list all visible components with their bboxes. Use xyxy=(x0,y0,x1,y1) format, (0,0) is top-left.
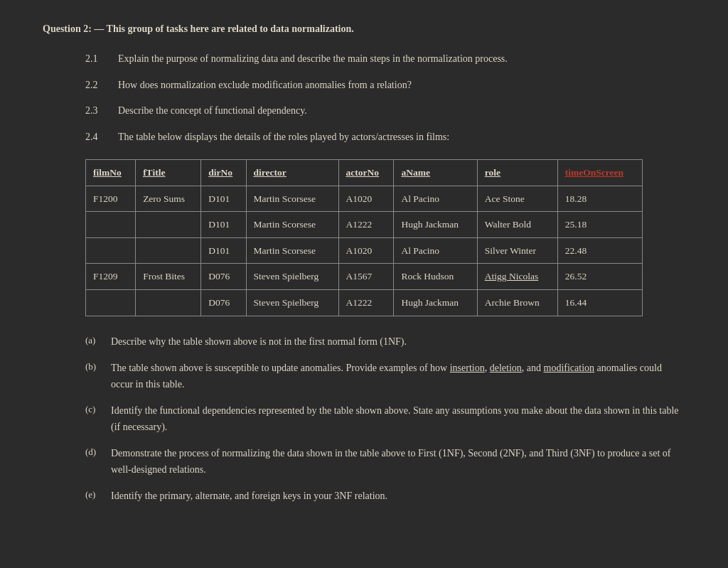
cell-director: Steven Spielberg xyxy=(246,264,338,290)
sub-q-num-2: 2.2 xyxy=(85,77,107,93)
cell-role: Atigg Nicolas xyxy=(477,264,557,290)
cell-aname: Rock Hudson xyxy=(394,264,477,290)
sub-question-2-2: 2.2 How does normalization exclude modif… xyxy=(85,77,685,93)
sub-question-2-3: 2.3 Describe the concept of functional d… xyxy=(85,103,685,119)
col-filmno: filmNo xyxy=(86,159,136,186)
table-header-row: filmNo fTitle dirNo director actorNo aNa… xyxy=(86,159,643,186)
sub-question-2-1: 2.1 Explain the purpose of normalizing d… xyxy=(85,51,685,67)
col-aname: aName xyxy=(394,159,477,186)
ans-label-a: (a) xyxy=(85,333,102,348)
cell-ftitle xyxy=(136,212,201,238)
cell-actorno: A1222 xyxy=(338,212,394,238)
cell-filmno xyxy=(86,289,136,316)
col-actorno: actorNo xyxy=(338,159,394,186)
table-row: F1209 Frost Bites D076 Steven Spielberg … xyxy=(86,264,643,290)
film-table: filmNo fTitle dirNo director actorNo aNa… xyxy=(85,159,643,316)
ans-text-c: Identify the functional dependencies rep… xyxy=(111,402,685,435)
underline-modification: modification xyxy=(544,363,595,373)
sub-q-text-4: The table below displays the details of … xyxy=(118,129,449,145)
cell-director: Martin Scorsese xyxy=(246,237,338,264)
answer-d: (d) Demonstrate the process of normalizi… xyxy=(85,445,685,478)
underline-insertion: insertion xyxy=(450,363,485,373)
cell-aname: Hugh Jackman xyxy=(394,212,477,238)
cell-actorno: A1567 xyxy=(338,264,394,290)
question-label: Question 2: xyxy=(43,23,92,34)
cell-timeonscreen: 16.44 xyxy=(557,289,642,316)
cell-director: Steven Spielberg xyxy=(246,289,338,316)
ans-text-d: Demonstrate the process of normalizing t… xyxy=(111,445,685,478)
col-ftitle: fTitle xyxy=(136,159,201,186)
col-dirno: dirNo xyxy=(201,159,246,186)
cell-aname: Hugh Jackman xyxy=(394,289,477,316)
cell-timeonscreen: 25.18 xyxy=(557,212,642,238)
answer-b: (b) The table shown above is susceptible… xyxy=(85,360,685,392)
data-table-container: filmNo fTitle dirNo director actorNo aNa… xyxy=(85,159,643,316)
sub-questions-list: 2.1 Explain the purpose of normalizing d… xyxy=(85,51,685,145)
cell-role: Ace Stone xyxy=(477,186,557,212)
cell-actorno: A1020 xyxy=(338,186,394,212)
table-row: D076 Steven Spielberg A1222 Hugh Jackman… xyxy=(86,289,643,316)
table-row: F1200 Zero Sums D101 Martin Scorsese A10… xyxy=(86,186,643,212)
question-intro: — This group of tasks here are related t… xyxy=(94,23,353,34)
ans-label-c: (c) xyxy=(85,402,102,417)
cell-ftitle xyxy=(136,237,201,264)
ans-text-a: Describe why the table shown above is no… xyxy=(111,333,407,350)
cell-actorno: A1222 xyxy=(338,289,394,316)
cell-ftitle: Frost Bites xyxy=(136,264,201,290)
cell-timeonscreen: 22.48 xyxy=(557,237,642,264)
cell-role: Archie Brown xyxy=(477,289,557,316)
table-row: D101 Martin Scorsese A1222 Hugh Jackman … xyxy=(86,212,643,238)
col-timeonscreen: timeOnScreen xyxy=(557,159,642,186)
ans-text-e: Identify the primary, alternate, and for… xyxy=(111,488,387,504)
underline-deletion: deletion xyxy=(490,363,522,373)
cell-dirno: D101 xyxy=(201,237,246,264)
sub-q-text-1: Explain the purpose of normalizing data … xyxy=(118,51,508,67)
ans-label-b: (b) xyxy=(85,360,102,375)
cell-filmno xyxy=(86,212,136,238)
question-header: Question 2: — This group of tasks here a… xyxy=(43,21,685,37)
sub-q-text-3: Describe the concept of functional depen… xyxy=(118,103,307,119)
sub-q-num-3: 2.3 xyxy=(85,103,107,119)
cell-director: Martin Scorsese xyxy=(246,212,338,238)
cell-role: Silver Winter xyxy=(477,237,557,264)
cell-timeonscreen: 26.52 xyxy=(557,264,642,290)
cell-aname: Al Pacino xyxy=(394,237,477,264)
ans-label-e: (e) xyxy=(85,488,102,503)
cell-director: Martin Scorsese xyxy=(246,186,338,212)
cell-dirno: D076 xyxy=(201,264,246,290)
ans-label-d: (d) xyxy=(85,445,102,460)
sub-q-num-4: 2.4 xyxy=(85,129,107,145)
cell-dirno: D076 xyxy=(201,289,246,316)
cell-filmno: F1209 xyxy=(86,264,136,290)
cell-filmno: F1200 xyxy=(86,186,136,212)
cell-dirno: D101 xyxy=(201,212,246,238)
table-row: D101 Martin Scorsese A1020 Al Pacino Sil… xyxy=(86,237,643,264)
answers-section: (a) Describe why the table shown above i… xyxy=(85,333,685,505)
cell-role: Walter Bold xyxy=(477,212,557,238)
col-role: role xyxy=(477,159,557,186)
cell-dirno: D101 xyxy=(201,186,246,212)
sub-q-num-1: 2.1 xyxy=(85,51,107,67)
cell-ftitle xyxy=(136,289,201,316)
sub-q-text-2: How does normalization exclude modificat… xyxy=(118,77,412,93)
cell-aname: Al Pacino xyxy=(394,186,477,212)
ans-text-b: The table shown above is susceptible to … xyxy=(111,360,685,392)
cell-ftitle: Zero Sums xyxy=(136,186,201,212)
cell-filmno xyxy=(86,237,136,264)
sub-question-2-4: 2.4 The table below displays the details… xyxy=(85,129,685,145)
col-director: director xyxy=(246,159,338,186)
answer-e: (e) Identify the primary, alternate, and… xyxy=(85,488,685,504)
cell-timeonscreen: 18.28 xyxy=(557,186,642,212)
answer-a: (a) Describe why the table shown above i… xyxy=(85,333,685,350)
answer-c: (c) Identify the functional dependencies… xyxy=(85,402,685,435)
cell-actorno: A1020 xyxy=(338,237,394,264)
